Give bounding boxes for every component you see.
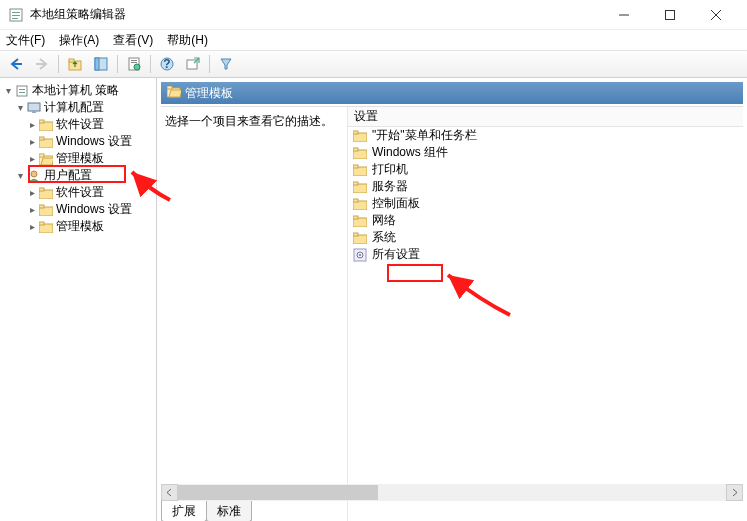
svg-rect-44 <box>353 148 358 151</box>
maximize-button[interactable] <box>647 0 693 30</box>
tree-item-windows-settings[interactable]: ▸ Windows 设置 <box>0 133 156 150</box>
back-button[interactable] <box>4 53 28 75</box>
menu-help[interactable]: 帮助(H) <box>167 32 208 49</box>
chevron-right-icon[interactable]: ▸ <box>26 153 38 164</box>
list-item-printers[interactable]: 打印机 <box>348 161 743 178</box>
scrollbar-track[interactable] <box>178 484 726 501</box>
tree-root[interactable]: ▾ 本地计算机 策略 <box>0 82 156 99</box>
tree-item-software[interactable]: ▸ 软件设置 <box>0 116 156 133</box>
list-item-all-settings[interactable]: 所有设置 <box>348 246 743 263</box>
tab-extended[interactable]: 扩展 <box>161 501 207 521</box>
svg-rect-25 <box>32 111 36 113</box>
export-button[interactable] <box>181 53 205 75</box>
svg-rect-36 <box>39 205 44 208</box>
folder-icon <box>352 213 368 229</box>
list-column-header[interactable]: 设置 <box>348 107 743 127</box>
folder-icon <box>352 196 368 212</box>
toolbar-separator <box>150 55 151 73</box>
list-item-system[interactable]: 系统 <box>348 229 743 246</box>
up-button[interactable] <box>63 53 87 75</box>
folder-open-icon <box>38 151 54 167</box>
tree-pane: ▾ 本地计算机 策略 ▾ 计算机配置 ▸ 软件设置 ▸ Windows 设置 ▸… <box>0 78 157 521</box>
svg-rect-42 <box>353 131 358 134</box>
minimize-button[interactable] <box>601 0 647 30</box>
folder-icon <box>352 128 368 144</box>
folder-open-icon <box>167 86 181 101</box>
svg-point-57 <box>359 254 361 256</box>
list-item-network[interactable]: 网络 <box>348 212 743 229</box>
window-title: 本地组策略编辑器 <box>30 6 601 23</box>
svg-point-17 <box>134 64 140 70</box>
forward-button[interactable] <box>30 53 54 75</box>
app-icon <box>8 7 24 23</box>
scroll-right-button[interactable] <box>726 484 743 501</box>
chevron-down-icon[interactable]: ▾ <box>14 102 26 113</box>
svg-rect-13 <box>95 58 99 70</box>
chevron-down-icon[interactable]: ▾ <box>2 85 14 96</box>
chevron-right-icon[interactable]: ▸ <box>26 204 38 215</box>
toolbar: ? <box>0 50 747 78</box>
tree-user-config[interactable]: ▾ 用户配置 <box>0 167 156 184</box>
tree-label: Windows 设置 <box>56 201 132 218</box>
content-header: 管理模板 <box>161 82 743 104</box>
toolbar-separator <box>117 55 118 73</box>
list-item-label: 系统 <box>372 229 396 246</box>
chevron-right-icon[interactable]: ▸ <box>26 187 38 198</box>
policy-icon <box>14 83 30 99</box>
filter-button[interactable] <box>214 53 238 75</box>
list-item-label: Windows 组件 <box>372 144 448 161</box>
tab-label: 扩展 <box>172 504 196 518</box>
menu-file[interactable]: 文件(F) <box>6 32 45 49</box>
content-header-label: 管理模板 <box>185 85 233 102</box>
folder-icon <box>38 134 54 150</box>
svg-rect-21 <box>17 86 27 96</box>
svg-rect-11 <box>69 59 74 62</box>
list-item-control-panel[interactable]: 控制面板 <box>348 195 743 212</box>
menu-view[interactable]: 查看(V) <box>113 32 153 49</box>
tree-label: 软件设置 <box>56 184 104 201</box>
help-button[interactable]: ? <box>155 53 179 75</box>
show-hide-tree-button[interactable] <box>89 53 113 75</box>
computer-icon <box>26 100 42 116</box>
view-tabs: 扩展 标准 <box>161 501 251 521</box>
content-pane: 管理模板 选择一个项目来查看它的描述。 设置 "开始"菜单和任务栏 Window… <box>157 78 747 521</box>
tree-computer-config[interactable]: ▾ 计算机配置 <box>0 99 156 116</box>
list-item-servers[interactable]: 服务器 <box>348 178 743 195</box>
tree-item-software[interactable]: ▸ 软件设置 <box>0 184 156 201</box>
folder-icon <box>352 162 368 178</box>
folder-icon <box>38 185 54 201</box>
chevron-right-icon[interactable]: ▸ <box>26 136 38 147</box>
tab-standard[interactable]: 标准 <box>206 501 252 521</box>
close-button[interactable] <box>693 0 739 30</box>
svg-rect-5 <box>666 10 675 19</box>
toolbar-separator <box>58 55 59 73</box>
description-pane: 选择一个项目来查看它的描述。 <box>161 107 347 521</box>
list-header-label: 设置 <box>354 108 378 125</box>
tree-item-admin-templates[interactable]: ▸ 管理模板 <box>0 218 156 235</box>
svg-rect-23 <box>19 92 25 93</box>
svg-rect-34 <box>39 188 44 191</box>
folder-icon <box>38 117 54 133</box>
svg-rect-29 <box>39 137 44 140</box>
svg-rect-22 <box>19 89 25 90</box>
folder-icon <box>38 219 54 235</box>
scroll-left-button[interactable] <box>161 484 178 501</box>
tree-item-admin-templates[interactable]: ▸ 管理模板 <box>0 150 156 167</box>
tree-label: 计算机配置 <box>44 99 104 116</box>
svg-rect-16 <box>131 62 137 63</box>
list-item-start-menu[interactable]: "开始"菜单和任务栏 <box>348 127 743 144</box>
svg-rect-52 <box>353 216 358 219</box>
menu-action[interactable]: 操作(A) <box>59 32 99 49</box>
list-item-windows-components[interactable]: Windows 组件 <box>348 144 743 161</box>
content-body: 选择一个项目来查看它的描述。 设置 "开始"菜单和任务栏 Windows 组件 … <box>161 106 743 521</box>
scrollbar-thumb[interactable] <box>178 485 378 500</box>
chevron-down-icon[interactable]: ▾ <box>14 170 26 181</box>
list-item-label: 服务器 <box>372 178 408 195</box>
properties-button[interactable] <box>122 53 146 75</box>
chevron-right-icon[interactable]: ▸ <box>26 119 38 130</box>
horizontal-scrollbar[interactable] <box>161 484 743 501</box>
chevron-right-icon[interactable]: ▸ <box>26 221 38 232</box>
main-area: ▾ 本地计算机 策略 ▾ 计算机配置 ▸ 软件设置 ▸ Windows 设置 ▸… <box>0 78 747 521</box>
tree-item-windows-settings[interactable]: ▸ Windows 设置 <box>0 201 156 218</box>
folder-icon <box>352 145 368 161</box>
